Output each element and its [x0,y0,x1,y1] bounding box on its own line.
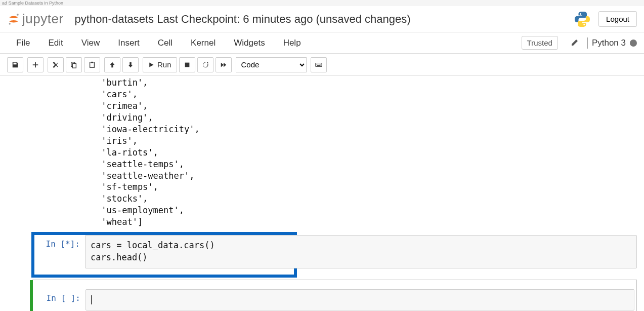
cell-type-select[interactable]: Code [236,57,307,72]
jupyter-logo[interactable]: jupyter [7,11,64,27]
svg-rect-8 [316,64,317,64]
svg-rect-3 [72,63,76,68]
save-button[interactable] [7,57,23,72]
jupyter-logo-text: jupyter [22,11,64,27]
plus-icon [32,61,39,68]
menubar: File Edit View Insert Cell Kernel Widget… [0,32,644,54]
move-down-button[interactable] [122,57,139,72]
run-label: Run [157,60,171,69]
cell-prompt: In [*]: [32,235,85,268]
code-cell[interactable]: In [*]: cars = local_data.cars() cars.he… [32,235,637,268]
jupyter-icon [7,13,20,26]
trusted-badge[interactable]: Trusted [522,36,558,50]
menu-file[interactable]: File [7,34,39,52]
paste-icon [89,61,96,68]
fast-forward-icon [220,61,227,68]
divider [587,37,588,49]
python-icon [573,10,591,28]
menu-view[interactable]: View [72,34,109,52]
copy-icon [70,61,77,68]
edit-icon[interactable] [570,39,578,47]
svg-rect-6 [185,62,189,67]
scissors-icon [52,61,59,68]
cursor-icon [91,295,92,304]
kernel-name[interactable]: Python 3 [592,38,626,48]
arrow-up-icon [109,61,116,68]
refresh-icon [202,61,209,68]
play-icon [148,62,154,68]
keyboard-icon [315,61,322,68]
header: jupyter python-datasets Last Checkpoint:… [0,6,644,32]
save-icon [12,61,19,68]
cut-button[interactable] [48,57,64,72]
cell-input[interactable] [85,289,634,310]
add-cell-button[interactable] [27,57,44,72]
paste-button[interactable] [84,57,100,72]
notebook-title[interactable]: python-datasets Last Checkpoint: 6 minut… [75,13,411,26]
restart-button[interactable] [197,57,213,72]
browser-tab-hint: ad Sample Datasets in Python [0,0,644,6]
svg-rect-9 [317,64,318,64]
svg-point-0 [17,13,19,15]
run-button[interactable]: Run [143,57,177,72]
copy-button[interactable] [66,57,82,72]
move-up-button[interactable] [104,57,120,72]
svg-rect-11 [320,64,320,64]
menu-cell[interactable]: Cell [149,34,182,52]
cell-output: 'burtin', 'cars', 'crimea', 'driving', '… [7,76,637,228]
menu-widgets[interactable]: Widgets [225,34,274,52]
cell-input[interactable]: cars = local_data.cars() cars.head() [85,235,637,268]
logout-button[interactable]: Logout [598,11,637,27]
toolbar: Run Code [0,54,644,76]
interrupt-button[interactable] [179,57,195,72]
menu-insert[interactable]: Insert [109,34,149,52]
menu-edit[interactable]: Edit [39,34,72,52]
stop-icon [184,61,191,68]
code-cell[interactable]: In [ ]: [32,280,637,311]
notebook-area: 'burtin', 'cars', 'crimea', 'driving', '… [0,76,644,311]
cell-prompt: In [ ]: [33,289,85,310]
arrow-down-icon [127,61,134,68]
svg-rect-12 [317,65,320,65]
menu-kernel[interactable]: Kernel [182,34,225,52]
restart-run-all-button[interactable] [216,57,232,72]
svg-point-1 [9,23,11,24]
kernel-indicator-icon[interactable] [630,40,637,47]
svg-rect-10 [319,64,319,64]
menu-help[interactable]: Help [274,34,310,52]
svg-rect-5 [91,61,93,63]
command-palette-button[interactable] [311,57,327,72]
svg-rect-7 [315,63,321,66]
